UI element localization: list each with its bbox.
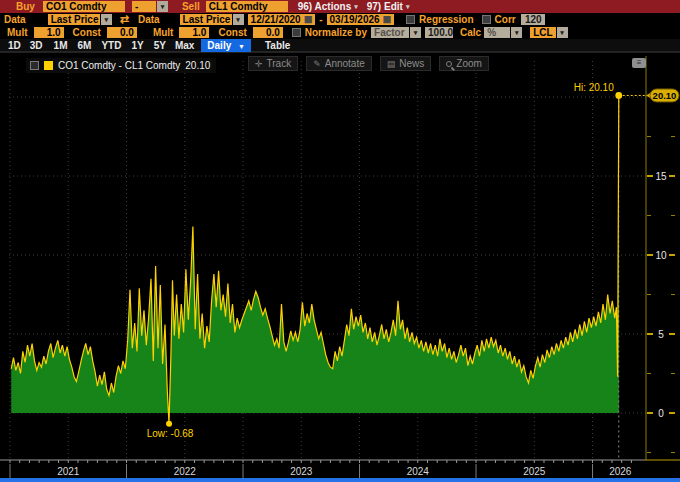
news-button[interactable]: ▤ News xyxy=(380,56,432,71)
data2-label: Data xyxy=(138,14,160,25)
period-select[interactable]: Daily ▼ xyxy=(201,39,251,52)
annotate-label: Annotate xyxy=(325,58,365,69)
legend-toggle-icon[interactable] xyxy=(30,61,39,70)
operator-select[interactable]: - xyxy=(132,1,156,12)
actions-menu[interactable]: 96) Actions xyxy=(298,1,352,12)
date-from-input[interactable]: 12/21/2020 ▦ xyxy=(248,14,316,25)
tab-1m[interactable]: 1M xyxy=(54,40,68,51)
series-label: CO1 Comdty - CL1 Comdty xyxy=(58,60,180,71)
mult1-input[interactable]: 1.0 xyxy=(34,27,64,38)
pencil-icon: ✎ xyxy=(313,59,321,69)
const1-input[interactable]: 0.0 xyxy=(107,27,137,38)
operator-dropdown-icon[interactable]: ▾ xyxy=(157,1,168,12)
chart-tools: ✛ Track ✎ Annotate ▤ News Zoom xyxy=(248,56,489,71)
x-axis-year-label: 2023 xyxy=(290,466,313,477)
mult1-label: Mult xyxy=(7,27,28,38)
zoom-button[interactable]: Zoom xyxy=(439,56,489,71)
period-value: Daily xyxy=(207,40,231,51)
date-separator: - xyxy=(319,14,322,25)
feed-select[interactable]: LCL xyxy=(530,27,555,38)
mult2-label: Mult xyxy=(153,27,174,38)
data1-select[interactable]: Last Price xyxy=(48,14,100,25)
x-axis-year-label: 2024 xyxy=(407,466,430,477)
tab-1y[interactable]: 1Y xyxy=(131,40,143,51)
tab-max[interactable]: Max xyxy=(175,40,194,51)
y-axis-label: 10 xyxy=(655,250,667,261)
low-marker-dot xyxy=(166,421,172,427)
calc-bar: Mult 1.0 Const 0.0 Mult 1.0 Const 0.0 No… xyxy=(0,26,680,39)
price-chart[interactable]: 051015202120222023202420252026Hi: 20.102… xyxy=(0,53,680,482)
normalize-label: Normalize by xyxy=(305,27,367,38)
tab-ytd[interactable]: YTD xyxy=(101,40,121,51)
sell-label: Sell xyxy=(182,1,200,12)
tab-table[interactable]: Table xyxy=(265,40,290,51)
date-to-input[interactable]: 03/19/2026 ▦ xyxy=(327,14,395,25)
swap-icon[interactable]: ⇄ xyxy=(120,13,129,26)
series-swatch-icon xyxy=(44,61,53,70)
tab-5y[interactable]: 5Y xyxy=(154,40,166,51)
data1-dropdown-icon[interactable]: ▾ xyxy=(101,14,112,25)
annotate-button[interactable]: ✎ Annotate xyxy=(306,56,372,71)
y-axis-label: 0 xyxy=(658,408,664,419)
crosshair-icon: ✛ xyxy=(255,59,263,69)
normalize-factor-select[interactable]: Factor xyxy=(371,27,409,38)
window-bottom-border xyxy=(0,478,680,482)
data2-select[interactable]: Last Price xyxy=(180,14,232,25)
tab-3d[interactable]: 3D xyxy=(30,40,43,51)
chart-legend: CO1 Comdty - CL1 Comdty 20.10 xyxy=(26,58,216,73)
hi-label: Hi: 20.10 xyxy=(574,82,614,93)
period-caret-icon: ▼ xyxy=(238,43,245,50)
edit-caret-icon: ▾ xyxy=(406,3,410,11)
const2-label: Const xyxy=(218,27,246,38)
const2-input[interactable]: 0.0 xyxy=(253,27,283,38)
date-to-value: 03/19/2026 xyxy=(330,14,380,25)
chart-options-icon[interactable]: ≡ xyxy=(632,58,646,68)
x-axis-year-label: 2026 xyxy=(609,466,632,477)
corr-period-input[interactable]: 120 xyxy=(521,14,545,25)
corr-checkbox[interactable] xyxy=(482,15,491,24)
data1-label: Data xyxy=(4,14,26,25)
last-value-badge-text: 20.10 xyxy=(653,90,677,101)
factor-dropdown-icon[interactable]: ▾ xyxy=(410,27,421,38)
zoom-label: Zoom xyxy=(456,58,482,69)
track-button[interactable]: ✛ Track xyxy=(248,56,298,71)
corr-label: Corr xyxy=(495,14,516,25)
y-axis-label: 5 xyxy=(658,329,664,340)
area-fill xyxy=(11,95,619,413)
tab-1d[interactable]: 1D xyxy=(8,40,21,51)
news-icon: ▤ xyxy=(387,59,396,69)
normalize-amount-input[interactable]: 100.0 xyxy=(425,27,453,38)
track-label: Track xyxy=(267,58,292,69)
low-label: Low: -0.68 xyxy=(147,428,194,439)
date-from-value: 12/21/2020 xyxy=(251,14,301,25)
y-axis-label: 15 xyxy=(655,171,667,182)
magnifier-icon xyxy=(446,61,452,67)
sell-security-input[interactable]: CL1 Comdty xyxy=(206,1,288,12)
calc-dropdown-icon[interactable]: ▾ xyxy=(511,27,522,38)
calc-label: Calc xyxy=(460,27,481,38)
command-bar: Buy CO1 Comdty - ▾ Sell CL1 Comdty 96) A… xyxy=(0,0,680,13)
calendar-icon[interactable]: ▦ xyxy=(304,14,313,25)
x-axis-year-label: 2021 xyxy=(57,466,80,477)
data2-dropdown-icon[interactable]: ▾ xyxy=(233,14,244,25)
feed-dropdown-icon[interactable]: ▾ xyxy=(557,27,568,38)
mult2-input[interactable]: 1.0 xyxy=(179,27,209,38)
x-axis-year-label: 2025 xyxy=(523,466,546,477)
period-bar: 1D 3D 1M 6M YTD 1Y 5Y Max Daily ▼ Table xyxy=(0,39,680,52)
buy-label: Buy xyxy=(16,1,35,12)
hi-marker-dot xyxy=(615,92,622,99)
normalize-checkbox[interactable] xyxy=(292,28,301,37)
calc-select[interactable]: % xyxy=(484,27,510,38)
tab-6m[interactable]: 6M xyxy=(78,40,92,51)
series-last-value: 20.10 xyxy=(185,60,210,71)
regression-label: Regression xyxy=(419,14,473,25)
x-axis-year-label: 2022 xyxy=(174,466,197,477)
buy-security-input[interactable]: CO1 Comdty xyxy=(43,1,125,12)
actions-caret-icon: ▾ xyxy=(354,3,358,11)
data-bar: Data Last Price ▾ ⇄ Data Last Price ▾ 12… xyxy=(0,13,680,26)
chart-panel: 051015202120222023202420252026Hi: 20.102… xyxy=(0,52,680,482)
calendar-icon[interactable]: ▦ xyxy=(383,14,392,25)
edit-menu[interactable]: 97) Edit xyxy=(367,1,403,12)
regression-checkbox[interactable] xyxy=(406,15,415,24)
const1-label: Const xyxy=(73,27,101,38)
